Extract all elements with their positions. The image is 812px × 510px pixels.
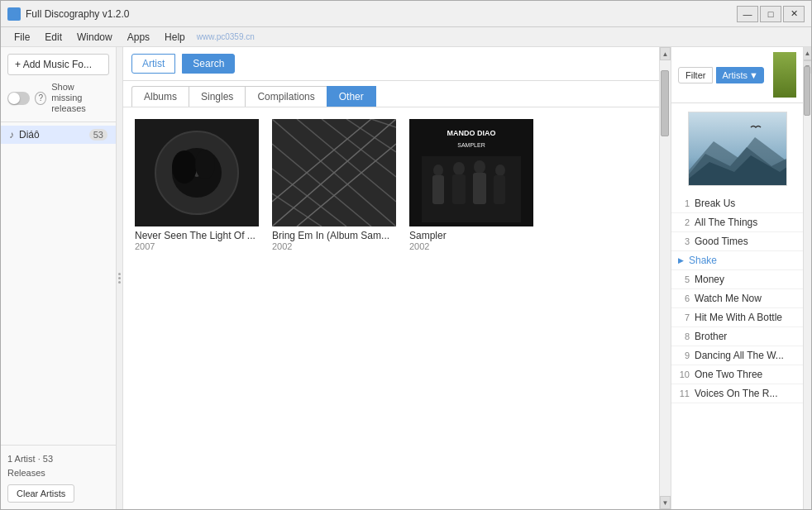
track-name: Dancing All The W... xyxy=(695,350,796,361)
artist-name: Diáô xyxy=(19,129,84,141)
track-item[interactable]: 6 Watch Me Now xyxy=(671,289,803,308)
track-name: Voices On The R... xyxy=(695,388,796,399)
sidebar-top: + Add Music Fo... ? Show missing release… xyxy=(1,47,116,122)
resize-dot xyxy=(118,281,121,284)
album-card[interactable]: Bring Em In (Album Sam... 2002 xyxy=(272,119,396,251)
track-name: Brother xyxy=(695,331,796,342)
svg-point-5 xyxy=(195,150,215,179)
track-item[interactable]: 5 Money xyxy=(671,270,803,289)
resize-dots xyxy=(118,273,121,284)
menu-apps[interactable]: Apps xyxy=(121,30,156,45)
track-item-playing[interactable]: ▶ Shake xyxy=(671,251,803,270)
track-item[interactable]: 10 One Two Three xyxy=(671,365,803,384)
sidebar-item-artist[interactable]: ♪ Diáô 53 xyxy=(1,126,116,144)
artist-list: ♪ Diáô 53 xyxy=(1,122,116,445)
minimize-button[interactable]: — xyxy=(737,6,758,22)
track-item[interactable]: 8 Brother xyxy=(671,327,803,346)
help-icon[interactable]: ? xyxy=(35,92,46,105)
track-name: Watch Me Now xyxy=(695,293,796,304)
chevron-down-icon: ▼ xyxy=(749,70,758,80)
album-art-preview xyxy=(688,112,787,186)
main-layout: + Add Music Fo... ? Show missing release… xyxy=(1,47,811,509)
center-scrollbar: ▲ ▼ xyxy=(659,47,671,509)
track-name: Hit Me With A Bottle xyxy=(695,312,796,323)
album-cover-never-seen xyxy=(135,119,259,226)
track-name: One Two Three xyxy=(695,369,796,380)
maximize-button[interactable]: □ xyxy=(760,6,781,22)
note-icon: ♪ xyxy=(9,129,14,141)
svg-point-28 xyxy=(495,164,505,176)
track-number: 6 xyxy=(678,293,690,303)
album-title: Never Seen The Light Of ... xyxy=(135,230,259,241)
add-music-button[interactable]: + Add Music Fo... xyxy=(7,54,109,75)
track-item[interactable]: 11 Voices On The R... xyxy=(671,384,803,403)
album-card[interactable]: Never Seen The Light Of ... 2007 xyxy=(135,119,259,251)
clear-artists-button[interactable]: Clear Artists xyxy=(7,484,74,503)
right-scrollbar[interactable]: ▲ ▼ xyxy=(803,47,811,509)
window-controls: — □ ✕ xyxy=(737,6,805,22)
tab-albums[interactable]: Albums xyxy=(131,86,189,107)
track-number: 9 xyxy=(678,350,690,360)
track-name: Good Times xyxy=(695,236,796,247)
center-header: Artist Search xyxy=(123,47,659,81)
resize-dot xyxy=(118,273,121,275)
filter-button[interactable]: Filter xyxy=(678,67,713,83)
sidebar: + Add Music Fo... ? Show missing release… xyxy=(1,47,117,509)
scroll-up-arrow[interactable]: ▲ xyxy=(660,47,671,60)
menu-file[interactable]: File xyxy=(7,30,36,45)
tabs-row: Albums Singles Compilations Other xyxy=(123,81,659,107)
svg-point-26 xyxy=(474,160,485,174)
svg-rect-25 xyxy=(452,174,466,204)
svg-text:MANDO DIAO: MANDO DIAO xyxy=(447,129,496,137)
tab-other[interactable]: Other xyxy=(327,86,376,107)
album-title: Sampler xyxy=(409,230,533,241)
menu-help[interactable]: Help xyxy=(158,30,192,45)
tab-singles[interactable]: Singles xyxy=(189,86,246,107)
album-art-never-seen-svg xyxy=(135,119,259,226)
sidebar-footer: 1 Artist · 53 Releases Clear Artists xyxy=(1,445,116,509)
scroll-track[interactable] xyxy=(660,60,671,496)
track-item[interactable]: 7 Hit Me With A Bottle xyxy=(671,308,803,327)
menu-window[interactable]: Window xyxy=(70,30,119,45)
toggle-label: Show missing releases xyxy=(51,82,109,115)
track-number: 2 xyxy=(678,217,690,227)
close-button[interactable]: ✕ xyxy=(783,6,805,22)
right-scroll-thumb[interactable] xyxy=(804,66,810,116)
window-title: Full Discography v1.2.0 xyxy=(26,8,737,20)
title-bar: Full Discography v1.2.0 — □ ✕ xyxy=(1,1,811,27)
album-cover-sampler: MANDO DIAO SAMPLER xyxy=(409,119,533,226)
toggle-knob xyxy=(8,93,20,104)
center-panel: Artist Search Albums Singles Compilation… xyxy=(123,47,659,509)
track-list: 1 Break Us 2 All The Things 3 Good Times… xyxy=(671,194,803,509)
track-number: 8 xyxy=(678,331,690,341)
artists-dropdown-label: Artists xyxy=(722,70,748,80)
track-number: 11 xyxy=(678,388,690,398)
track-item[interactable]: 2 All The Things xyxy=(671,213,803,232)
sidebar-resize-handle[interactable] xyxy=(117,47,123,509)
track-number: 10 xyxy=(678,369,690,379)
sidebar-stats: 1 Artist · 53 Releases xyxy=(7,452,109,479)
app-icon xyxy=(7,7,21,21)
search-type-button[interactable]: Artist xyxy=(131,54,175,74)
artists-dropdown[interactable]: Artists ▼ xyxy=(716,67,763,83)
album-year: 2002 xyxy=(272,241,396,251)
track-number: 3 xyxy=(678,236,690,246)
album-card[interactable]: MANDO DIAO SAMPLER xyxy=(409,119,533,251)
album-cover-bring-em xyxy=(272,119,396,226)
missing-releases-toggle[interactable] xyxy=(7,92,30,105)
track-item[interactable]: 3 Good Times xyxy=(671,232,803,251)
track-number: 1 xyxy=(678,198,690,208)
tab-compilations[interactable]: Compilations xyxy=(245,86,327,107)
play-icon: ▶ xyxy=(678,256,684,265)
track-number: 7 xyxy=(678,312,690,322)
track-item[interactable]: 1 Break Us xyxy=(671,194,803,213)
small-album-art xyxy=(773,52,796,98)
menu-edit[interactable]: Edit xyxy=(38,30,69,45)
right-scroll-up[interactable]: ▲ xyxy=(804,47,811,60)
svg-rect-23 xyxy=(432,175,444,204)
scroll-thumb[interactable] xyxy=(661,70,669,136)
scroll-down-arrow[interactable]: ▼ xyxy=(660,496,671,509)
track-item[interactable]: 9 Dancing All The W... xyxy=(671,346,803,365)
right-panel: Filter Artists ▼ xyxy=(671,47,803,509)
search-button[interactable]: Search xyxy=(182,54,235,74)
